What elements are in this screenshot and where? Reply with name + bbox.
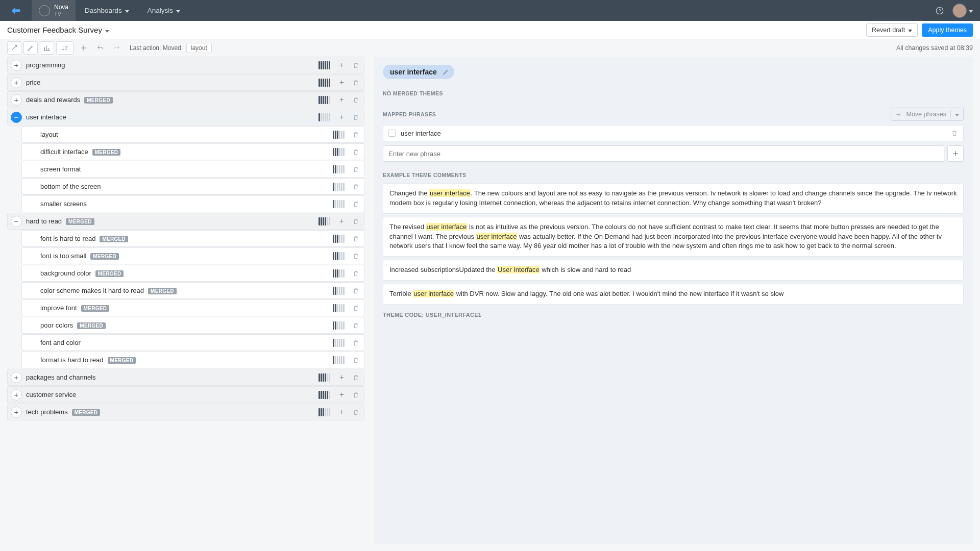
user-menu-caret[interactable]	[969, 7, 973, 14]
delete-theme-icon[interactable]	[350, 215, 362, 228]
add-subtheme-icon[interactable]	[335, 389, 348, 401]
theme-row[interactable]: +color scheme makes it hard to readMERGE…	[21, 282, 364, 299]
workspace-switcher[interactable]: Nova TV	[32, 0, 76, 21]
delete-theme-icon[interactable]	[350, 371, 362, 384]
delete-theme-icon[interactable]	[350, 129, 362, 141]
add-phrase-button[interactable]	[947, 145, 964, 162]
revert-draft-button[interactable]: Revert draft	[866, 23, 918, 37]
frequency-bars	[333, 200, 345, 208]
add-subtheme-icon[interactable]	[335, 371, 348, 384]
theme-row[interactable]: +font is hard to readMERGED	[21, 230, 364, 247]
delete-theme-icon[interactable]	[350, 267, 362, 280]
help-button[interactable]: ?	[931, 2, 948, 19]
expand-icon[interactable]: +	[11, 389, 22, 400]
theme-row[interactable]: +layout	[21, 126, 364, 143]
move-icon	[895, 111, 902, 118]
app-logo[interactable]	[0, 0, 32, 21]
add-subtheme-icon[interactable]	[335, 59, 348, 71]
theme-row[interactable]: +price	[7, 74, 364, 91]
theme-row[interactable]: −hard to readMERGED	[7, 213, 364, 230]
theme-row[interactable]: +font is too smallMERGED	[21, 247, 364, 264]
undo-button[interactable]	[94, 42, 106, 54]
collapse-icon[interactable]: −	[11, 112, 22, 123]
page-header: Customer Feedback Survey Revert draft Ap…	[0, 21, 980, 39]
tool-chart[interactable]	[40, 41, 54, 55]
chevron-down-icon	[125, 7, 129, 14]
theme-row[interactable]: +tech problemsMERGED	[7, 404, 364, 420]
phrase-checkbox[interactable]	[388, 130, 396, 137]
add-subtheme-icon[interactable]	[335, 406, 348, 418]
example-comment: Changed the user interface. The new colo…	[383, 183, 964, 214]
chevron-down-icon	[908, 27, 912, 34]
no-merged-themes-label: NO MERGED THEMES	[383, 90, 964, 96]
delete-theme-icon[interactable]	[350, 146, 362, 158]
delete-theme-icon[interactable]	[350, 111, 362, 123]
theme-row[interactable]: +improve fontMERGED	[21, 299, 364, 316]
delete-theme-icon[interactable]	[350, 94, 362, 106]
delete-theme-icon[interactable]	[350, 163, 362, 176]
expand-icon[interactable]: +	[11, 407, 22, 418]
page-title-dropdown[interactable]: Customer Feedback Survey	[7, 26, 109, 34]
move-phrases-button[interactable]: Move phrases	[891, 108, 964, 121]
theme-row[interactable]: +customer service	[7, 386, 364, 403]
theme-tree: +programming+price+deals and rewardsMERG…	[7, 57, 364, 544]
merged-badge: MERGED	[84, 97, 113, 104]
theme-row[interactable]: +screen format	[21, 161, 364, 178]
merged-badge: MERGED	[95, 270, 124, 277]
delete-theme-icon[interactable]	[350, 389, 362, 401]
page-title: Customer Feedback Survey	[7, 26, 102, 34]
theme-name: packages and channels	[25, 373, 318, 381]
theme-row[interactable]: +format is hard to readMERGED	[21, 352, 364, 368]
delete-theme-icon[interactable]	[350, 198, 362, 210]
new-phrase-input[interactable]	[383, 145, 944, 162]
delete-theme-icon[interactable]	[350, 233, 362, 245]
nav-analysis[interactable]: Analysis	[138, 0, 189, 21]
edit-theme-icon[interactable]	[443, 69, 449, 76]
delete-theme-icon[interactable]	[350, 302, 362, 314]
theme-row[interactable]: +packages and channels	[7, 369, 364, 386]
theme-row[interactable]: +background colorMERGED	[21, 265, 364, 282]
tool-pencil[interactable]	[23, 41, 38, 55]
delete-theme-icon[interactable]	[350, 337, 362, 349]
merged-badge: MERGED	[77, 322, 106, 329]
frequency-bars	[318, 113, 330, 121]
delete-theme-icon[interactable]	[350, 59, 362, 71]
tool-add[interactable]	[78, 42, 90, 54]
theme-row[interactable]: +programming	[7, 57, 364, 73]
add-subtheme-icon[interactable]	[335, 94, 348, 106]
theme-row[interactable]: +font and color	[21, 334, 364, 351]
merged-badge: MERGED	[90, 253, 119, 260]
theme-row[interactable]: +difficult interfaceMERGED	[21, 143, 364, 160]
theme-row[interactable]: +smaller screens	[21, 195, 364, 212]
delete-theme-icon[interactable]	[350, 406, 362, 418]
delete-theme-icon[interactable]	[350, 285, 362, 297]
expand-icon[interactable]: +	[11, 60, 22, 71]
theme-row[interactable]: +poor colorsMERGED	[21, 317, 364, 334]
frequency-bars	[318, 96, 330, 104]
tool-sort[interactable]	[56, 41, 74, 55]
collapse-icon[interactable]: −	[11, 216, 22, 227]
delete-theme-icon[interactable]	[350, 354, 362, 366]
user-avatar[interactable]	[952, 4, 967, 18]
delete-theme-icon[interactable]	[350, 319, 362, 332]
nav-dashboards[interactable]: Dashboards	[76, 0, 138, 21]
apply-themes-button[interactable]: Apply themes	[922, 23, 973, 37]
delete-theme-icon[interactable]	[350, 181, 362, 193]
phrase-text: user interface	[401, 130, 951, 137]
theme-row[interactable]: +deals and rewardsMERGED	[7, 91, 364, 108]
add-subtheme-icon[interactable]	[335, 77, 348, 89]
expand-icon[interactable]: +	[11, 372, 22, 383]
tool-wand[interactable]	[7, 41, 21, 55]
delete-phrase-icon[interactable]	[951, 130, 958, 137]
delete-theme-icon[interactable]	[350, 77, 362, 89]
theme-row[interactable]: +bottom of the screen	[21, 178, 364, 195]
delete-theme-icon[interactable]	[350, 250, 362, 262]
redo-button[interactable]	[110, 42, 122, 54]
add-subtheme-icon[interactable]	[335, 111, 348, 123]
theme-name: programming	[25, 61, 318, 69]
expand-icon[interactable]: +	[11, 94, 22, 106]
theme-row[interactable]: −user interface	[7, 109, 364, 126]
chevron-down-icon	[176, 7, 180, 14]
add-subtheme-icon[interactable]	[335, 215, 348, 228]
expand-icon[interactable]: +	[11, 77, 22, 88]
